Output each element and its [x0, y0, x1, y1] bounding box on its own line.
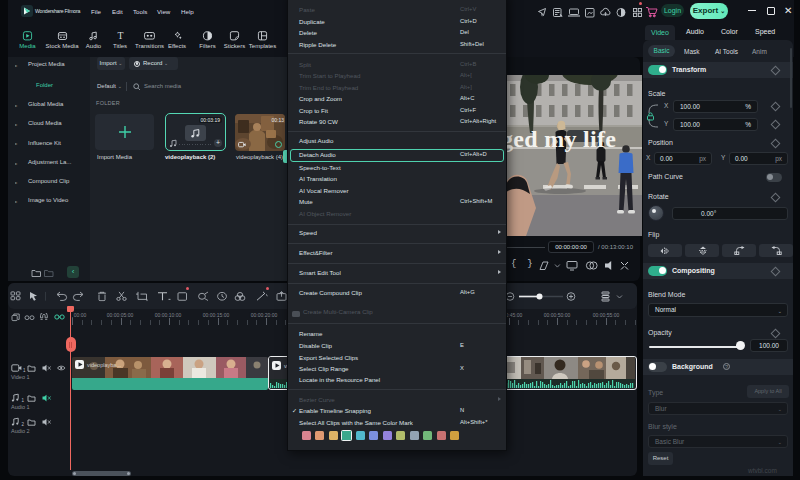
svg-text:1: 1	[22, 398, 25, 403]
svg-text:2: 2	[22, 422, 25, 427]
svg-text:1: 1	[23, 368, 26, 373]
svg-text:T: T	[117, 30, 123, 41]
